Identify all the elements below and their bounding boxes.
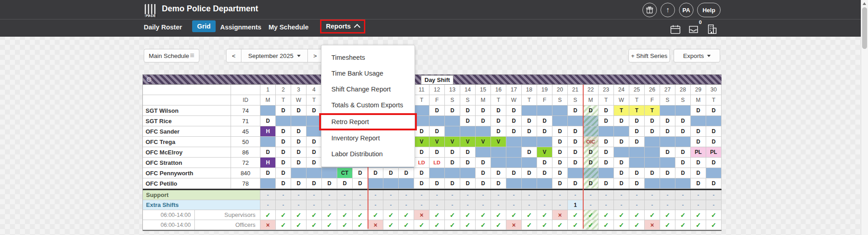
schedule-cell[interactable]: D [291, 158, 307, 168]
schedule-cell[interactable]: D [260, 168, 276, 178]
help-button[interactable]: Help [697, 3, 721, 17]
schedule-cell[interactable]: D [599, 147, 614, 158]
schedule-cell[interactable]: D [706, 178, 722, 189]
schedule-cell[interactable]: D [614, 116, 629, 126]
schedule-cell[interactable]: D [460, 178, 476, 189]
schedule-cell[interactable]: D [353, 168, 368, 178]
schedule-cell[interactable] [276, 116, 291, 126]
schedule-cell[interactable] [660, 178, 675, 189]
schedule-cell[interactable] [445, 126, 460, 137]
schedule-cell[interactable]: D [276, 126, 291, 137]
prev-month-button[interactable]: < [226, 49, 241, 62]
schedule-cell[interactable]: D [660, 116, 675, 126]
menu-item-retro-report[interactable]: Retro Report [321, 115, 415, 129]
schedule-cell[interactable]: D [414, 178, 429, 189]
vertical-scrollbar[interactable] [861, 0, 868, 235]
user-avatar[interactable]: PA [679, 3, 693, 17]
schedule-cell[interactable]: V [476, 137, 491, 147]
schedule-cell[interactable] [599, 126, 614, 137]
schedule-cell[interactable]: PL [706, 147, 722, 158]
schedule-cell[interactable]: D [552, 168, 568, 178]
organization-button[interactable] [707, 24, 717, 36]
schedule-cell[interactable] [568, 168, 583, 178]
schedule-cell[interactable]: D [291, 106, 307, 116]
schedule-cell[interactable]: D [506, 126, 522, 137]
schedule-cell[interactable]: V [445, 137, 460, 147]
schedule-cell[interactable]: D [614, 137, 629, 147]
schedule-cell[interactable] [506, 137, 522, 147]
schedule-cell[interactable]: LD [414, 158, 429, 168]
officer-name[interactable]: OFC Petillo [143, 178, 231, 189]
schedule-cell[interactable] [537, 137, 552, 147]
schedule-cell[interactable]: D [568, 158, 583, 168]
schedule-cell[interactable] [260, 178, 276, 189]
schedule-cell[interactable] [706, 116, 722, 126]
schedule-cell[interactable] [260, 106, 276, 116]
schedule-cell[interactable] [552, 106, 568, 116]
schedule-cell[interactable]: D [583, 106, 599, 116]
schedule-cell[interactable]: D [599, 116, 614, 126]
inbox-button[interactable] [688, 24, 699, 36]
menu-item-timesheets[interactable]: Timesheets [321, 50, 415, 66]
schedule-cell[interactable]: D [691, 106, 706, 116]
schedule-cell[interactable]: D [552, 126, 568, 137]
menu-item-totals-custom-exports[interactable]: Totals & Custom Exports [321, 97, 415, 113]
schedule-cell[interactable] [645, 158, 660, 168]
schedule-cell[interactable]: D [552, 137, 568, 147]
schedule-cell[interactable]: D [291, 126, 307, 137]
officer-name[interactable]: OFC Trega [143, 137, 231, 147]
schedule-cell[interactable] [645, 178, 660, 189]
schedule-cell[interactable]: D [583, 147, 599, 158]
schedule-cell[interactable]: D [522, 168, 537, 178]
schedule-cell[interactable] [660, 158, 675, 168]
schedule-cell[interactable]: D [706, 137, 722, 147]
schedule-cell[interactable]: D [691, 178, 706, 189]
schedule-cell[interactable]: D [552, 178, 568, 189]
pace-logo-icon[interactable]: PACE [145, 4, 157, 17]
schedule-cell[interactable] [368, 178, 383, 189]
schedule-cell[interactable]: D [675, 147, 691, 158]
schedule-cell[interactable] [460, 168, 476, 178]
schedule-cell[interactable]: D [429, 178, 445, 189]
schedule-cell[interactable] [522, 178, 537, 189]
schedule-cell[interactable]: T [614, 106, 629, 116]
schedule-cell[interactable]: D [429, 106, 445, 116]
schedule-cell[interactable]: D [691, 158, 706, 168]
officer-name[interactable]: SGT Wilson [143, 106, 231, 116]
schedule-cell[interactable]: D [383, 168, 399, 178]
schedule-cell[interactable] [522, 137, 537, 147]
schedule-cell[interactable] [429, 168, 445, 178]
schedule-cell[interactable]: V [429, 137, 445, 147]
schedule-cell[interactable]: D [568, 147, 583, 158]
schedule-cell[interactable]: H [260, 158, 276, 168]
schedule-cell[interactable]: D [568, 137, 583, 147]
schedule-cell[interactable] [399, 178, 414, 189]
schedule-cell[interactable] [537, 178, 552, 189]
schedule-cell[interactable]: D [629, 137, 645, 147]
schedule-cell[interactable]: H [260, 126, 276, 137]
schedule-cell[interactable] [260, 137, 276, 147]
menu-item-inventory-report[interactable]: Inventory Report [321, 130, 415, 146]
schedule-cell[interactable] [660, 106, 675, 116]
schedule-cell[interactable] [552, 116, 568, 126]
schedule-cell[interactable]: D [353, 178, 368, 189]
schedule-cell[interactable]: D [276, 158, 291, 168]
schedule-cell[interactable] [476, 126, 491, 137]
schedule-cell[interactable]: V [414, 137, 429, 147]
schedule-cell[interactable] [583, 168, 599, 178]
schedule-cell[interactable]: D [276, 147, 291, 158]
schedule-cell[interactable]: PL [691, 147, 706, 158]
month-select[interactable]: September 2025 [241, 49, 308, 62]
schedule-cell[interactable] [476, 147, 491, 158]
schedule-cell[interactable]: D [429, 147, 445, 158]
schedule-cell[interactable]: D [645, 126, 660, 137]
schedule-cell[interactable]: D [629, 178, 645, 189]
schedule-cell[interactable]: V [491, 137, 506, 147]
schedule-cell[interactable]: D [660, 168, 675, 178]
schedule-cell[interactable]: D [537, 116, 552, 126]
schedule-cell[interactable]: D [552, 147, 568, 158]
schedule-cell[interactable]: CT [337, 168, 353, 178]
schedule-cell[interactable]: D [706, 126, 722, 137]
schedule-cell[interactable] [537, 106, 552, 116]
support-row-label[interactable]: Support [143, 190, 260, 200]
